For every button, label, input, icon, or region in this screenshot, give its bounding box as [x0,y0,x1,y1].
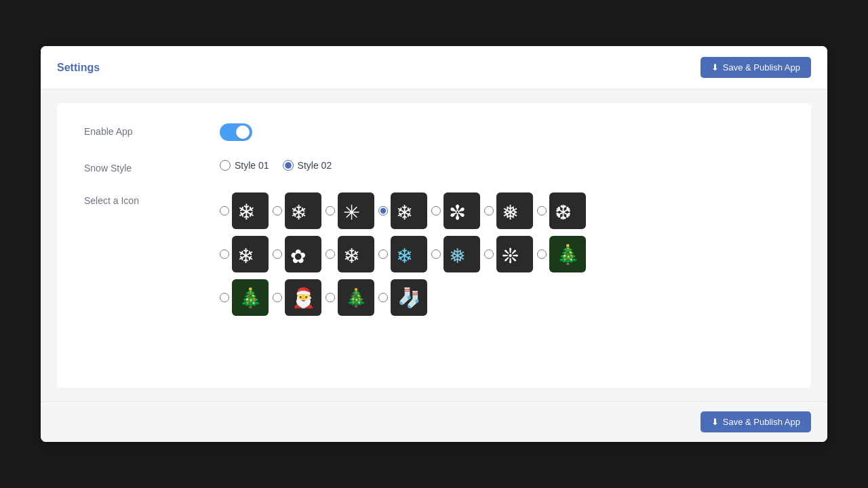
icon-option-2[interactable]: ❄ [273,192,321,229]
enable-app-toggle[interactable] [220,123,252,141]
select-icon-control: ❄ ❄ ✳ [220,192,784,316]
icon-row-3: 🎄 🎅 🎄 [220,279,427,316]
snow-style-row: Snow Style Style 01 Style 02 [84,160,784,174]
icon-img-3: ✳ [338,192,374,229]
icon-img-1: ❄ [232,192,269,229]
snow-style-style02[interactable]: Style 02 [283,160,332,171]
icon-img-17: 🎄 [338,279,374,316]
enable-app-row: Enable App [84,123,784,141]
toggle-thumb [236,125,250,139]
icon-option-14[interactable]: 🎄 [537,236,586,272]
snow-style-control: Style 01 Style 02 [220,160,784,171]
save-publish-button-bottom[interactable]: ⬇ Save & Publish App [701,411,811,432]
svg-text:❄: ❄ [396,201,413,224]
icon-option-8[interactable]: ❄ [220,236,269,272]
icon-option-12[interactable]: ❅ [431,236,480,272]
svg-text:❆: ❆ [555,201,572,224]
icon-img-10: ❄ [338,236,374,272]
download-icon: ⬇ [711,62,719,73]
svg-text:❅: ❅ [449,245,466,267]
svg-text:❄: ❄ [290,201,307,224]
svg-text:❊: ❊ [502,245,519,267]
icon-option-3[interactable]: ✳ [326,192,374,229]
icon-option-4[interactable]: ❄ [378,192,427,229]
icon-option-6[interactable]: ❅ [484,192,533,229]
svg-text:❄: ❄ [343,245,360,267]
icon-img-16: 🎅 [285,279,321,316]
app-container: Settings ⬇ Save & Publish App Enable App… [41,46,827,442]
icon-img-6: ❅ [496,192,533,229]
snow-style-label: Snow Style [84,160,220,174]
icon-option-11[interactable]: ❄ [378,236,427,272]
snow-style-style01[interactable]: Style 01 [220,160,269,171]
icon-option-7[interactable]: ❆ [537,192,586,229]
icon-img-18: 🧦 [391,279,427,316]
icon-row-2: ❄ ✿ ❄ [220,236,586,272]
icon-img-13: ❊ [496,236,533,272]
toggle-track [220,123,252,141]
svg-text:❄: ❄ [237,245,254,267]
icon-option-5[interactable]: ✼ [431,192,480,229]
enable-app-label: Enable App [84,123,220,137]
svg-text:✼: ✼ [449,201,466,224]
enable-app-control [220,123,784,141]
icon-option-9[interactable]: ✿ [273,236,321,272]
icon-img-4: ❄ [391,192,427,229]
svg-text:✳: ✳ [343,201,360,224]
main-content: Enable App Snow Style Style 01 [57,103,811,388]
icon-img-2: ❄ [285,192,321,229]
icon-option-17[interactable]: 🎄 [326,279,374,316]
icon-img-14: 🎄 [549,236,586,272]
icon-img-15: 🎄 [232,279,269,316]
select-icon-label: Select a Icon [84,192,220,206]
icon-row-1: ❄ ❄ ✳ [220,192,586,229]
icon-option-13[interactable]: ❊ [484,236,533,272]
download-icon-bottom: ⬇ [711,417,719,427]
icon-img-8: ❄ [232,236,269,272]
icon-option-15[interactable]: 🎄 [220,279,269,316]
svg-text:✿: ✿ [290,246,306,267]
select-icon-row: Select a Icon ❄ ❄ [84,192,784,316]
icon-img-12: ❅ [443,236,480,272]
save-publish-button-top[interactable]: ⬇ Save & Publish App [701,57,811,78]
icon-option-18[interactable]: 🧦 [378,279,427,316]
icon-img-11: ❄ [391,236,427,272]
icon-img-9: ✿ [285,236,321,272]
icon-option-16[interactable]: 🎅 [273,279,321,316]
svg-text:❄: ❄ [396,245,413,267]
icon-option-10[interactable]: ❄ [326,236,374,272]
icon-img-7: ❆ [549,192,586,229]
icon-img-5: ✼ [443,192,480,229]
header: Settings ⬇ Save & Publish App [41,46,827,89]
page-title: Settings [57,62,100,74]
svg-text:❄: ❄ [237,200,256,224]
icon-option-1[interactable]: ❄ [220,192,269,229]
footer: ⬇ Save & Publish App [41,401,827,442]
svg-text:❅: ❅ [502,201,519,224]
snow-style-radio-group: Style 01 Style 02 [220,160,332,171]
